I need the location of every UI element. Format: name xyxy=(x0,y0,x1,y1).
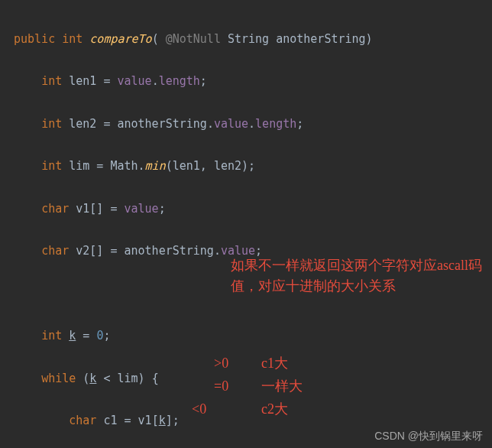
param-type: String xyxy=(228,32,269,46)
annotation-lt-label: c2大 xyxy=(261,399,288,420)
var-len1: len1 xyxy=(69,74,96,88)
var-len2: len2 xyxy=(69,117,96,131)
var-len2: len2 xyxy=(214,159,241,173)
field-value: value xyxy=(117,74,151,88)
method-min: min xyxy=(145,159,166,173)
kw-int: int xyxy=(41,329,62,342)
var-lim: lim xyxy=(117,372,138,385)
code-block: public int compareTo( @NotNull String an… xyxy=(0,0,492,448)
annotation-gt: >0 xyxy=(214,353,228,374)
watermark: CSDN @快到锅里来呀 xyxy=(374,430,483,443)
num-zero: 0 xyxy=(96,329,103,342)
kw-char: char xyxy=(41,244,69,258)
kw-public: public xyxy=(14,32,55,46)
class-math: Math xyxy=(110,159,138,173)
field-length: length xyxy=(159,74,200,88)
kw-int: int xyxy=(62,32,83,46)
var-k: k xyxy=(159,414,166,427)
var-anotherstring: anotherString xyxy=(125,244,214,258)
var-lim: lim xyxy=(69,159,89,173)
field-value: value xyxy=(125,202,159,216)
annotation-comment-1: 如果不一样就返回这两个字符对应ascall码值，对应十进制的大小关系 xyxy=(231,255,483,297)
kw-int: int xyxy=(41,117,62,131)
field-value: value xyxy=(214,117,248,131)
annotation-eq-label: 一样大 xyxy=(261,376,303,397)
annotation-lt: <0 xyxy=(192,399,206,420)
kw-int: int xyxy=(41,159,62,173)
var-v1: v1 xyxy=(76,202,89,216)
param-name: anotherString xyxy=(276,32,365,46)
annotation-eq: =0 xyxy=(214,376,228,397)
kw-char: char xyxy=(69,414,96,427)
var-anotherstring: anotherString xyxy=(117,117,206,131)
var-len1: len1 xyxy=(173,159,200,173)
var-k: k xyxy=(69,329,76,342)
kw-char: char xyxy=(41,202,69,216)
var-v2: v2 xyxy=(76,244,89,258)
kw-while: while xyxy=(41,372,76,385)
annotation-gt-label: c1大 xyxy=(261,353,288,374)
method-name: compareTo xyxy=(89,32,151,46)
kw-int: int xyxy=(41,74,62,88)
annotation: @NotNull xyxy=(166,32,221,46)
field-length: length xyxy=(255,117,296,131)
var-k: k xyxy=(89,372,96,385)
var-v1: v1 xyxy=(138,414,152,427)
var-c1: c1 xyxy=(103,414,117,427)
